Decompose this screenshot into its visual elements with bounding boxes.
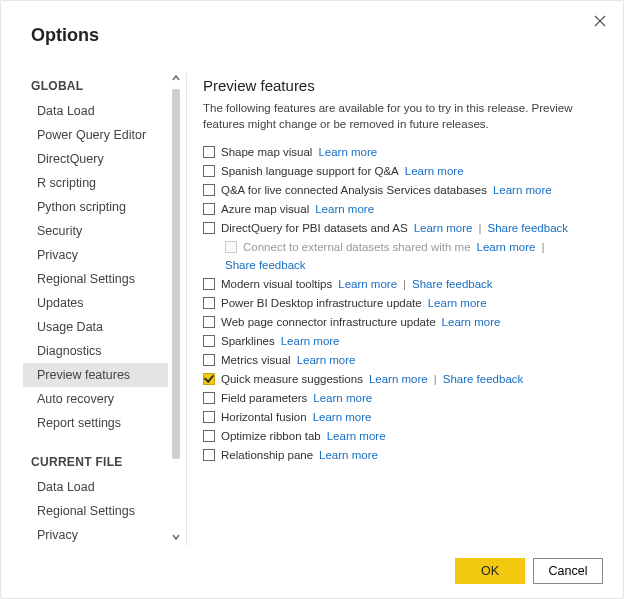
sidebar-group-header-global: GLOBAL xyxy=(23,73,168,99)
feature-label: Optimize ribbon tab xyxy=(221,430,321,442)
ok-button[interactable]: OK xyxy=(455,558,525,584)
feature-label: Web page connector infrastructure update xyxy=(221,316,436,328)
sidebar-item-cf-privacy[interactable]: Privacy xyxy=(23,523,168,546)
checkbox-dq-pbi-as[interactable] xyxy=(203,222,215,234)
learn-more-link[interactable]: Learn more xyxy=(405,165,464,177)
checkbox-connect-external xyxy=(225,241,237,253)
learn-more-link[interactable]: Learn more xyxy=(281,335,340,347)
panel-description: The following features are available for… xyxy=(203,100,605,132)
feature-label: Metrics visual xyxy=(221,354,291,366)
checkbox-metrics-visual[interactable] xyxy=(203,354,215,366)
feature-label: Field parameters xyxy=(221,392,307,404)
separator: | xyxy=(541,241,544,253)
sidebar-item-regional-settings[interactable]: Regional Settings xyxy=(23,267,168,291)
feature-row-pbi-desktop-infra: Power BI Desktop infrastructure updateLe… xyxy=(203,293,605,312)
sidebar-item-auto-recovery[interactable]: Auto recovery xyxy=(23,387,168,411)
dialog-footer: OK Cancel xyxy=(455,558,603,584)
share-feedback-link[interactable]: Share feedback xyxy=(487,222,568,234)
feature-label: Modern visual tooltips xyxy=(221,278,332,290)
sidebar-item-diagnostics[interactable]: Diagnostics xyxy=(23,339,168,363)
feature-label: Quick measure suggestions xyxy=(221,373,363,385)
sidebar-item-security[interactable]: Security xyxy=(23,219,168,243)
sidebar-item-python-scripting[interactable]: Python scripting xyxy=(23,195,168,219)
feature-label: Horizontal fusion xyxy=(221,411,307,423)
feature-label: Spanish language support for Q&A xyxy=(221,165,399,177)
learn-more-link[interactable]: Learn more xyxy=(428,297,487,309)
scroll-down-icon[interactable] xyxy=(170,532,182,546)
learn-more-link[interactable]: Learn more xyxy=(369,373,428,385)
feature-list: Shape map visualLearn moreSpanish langua… xyxy=(203,142,605,464)
dialog-title: Options xyxy=(31,25,99,46)
sidebar-item-preview-features[interactable]: Preview features xyxy=(23,363,168,387)
feature-label: Azure map visual xyxy=(221,203,309,215)
feature-label: Q&A for live connected Analysis Services… xyxy=(221,184,487,196)
feature-label: Connect to external datasets shared with… xyxy=(243,241,471,253)
sidebar-item-report-settings[interactable]: Report settings xyxy=(23,411,168,435)
sidebar-item-power-query-editor[interactable]: Power Query Editor xyxy=(23,123,168,147)
feature-row-azure-map: Azure map visualLearn more xyxy=(203,199,605,218)
feature-row-optimize-ribbon: Optimize ribbon tabLearn more xyxy=(203,426,605,445)
sidebar-item-usage-data[interactable]: Usage Data xyxy=(23,315,168,339)
sidebar-item-directquery[interactable]: DirectQuery xyxy=(23,147,168,171)
learn-more-link[interactable]: Learn more xyxy=(414,222,473,234)
share-feedback-link[interactable]: Share feedback xyxy=(225,259,306,271)
separator: | xyxy=(403,278,406,290)
checkbox-spanish-qa[interactable] xyxy=(203,165,215,177)
share-feedback-link[interactable]: Share feedback xyxy=(443,373,524,385)
close-icon xyxy=(594,15,606,27)
learn-more-link[interactable]: Learn more xyxy=(319,449,378,461)
feature-row-web-page-connector: Web page connector infrastructure update… xyxy=(203,312,605,331)
feature-row-shape-map: Shape map visualLearn more xyxy=(203,142,605,161)
checkbox-web-page-connector[interactable] xyxy=(203,316,215,328)
feature-row-relationship-pane: Relationship paneLearn more xyxy=(203,445,605,464)
feature-row-metrics-visual: Metrics visualLearn more xyxy=(203,350,605,369)
dialog-body: GLOBALData LoadPower Query EditorDirectQ… xyxy=(23,73,609,546)
sidebar-item-cf-regional-settings[interactable]: Regional Settings xyxy=(23,499,168,523)
checkbox-qa-live-as[interactable] xyxy=(203,184,215,196)
feature-label: Relationship pane xyxy=(221,449,313,461)
sidebar-item-cf-data-load[interactable]: Data Load xyxy=(23,475,168,499)
options-dialog: Options GLOBALData LoadPower Query Edito… xyxy=(0,0,624,599)
learn-more-link[interactable]: Learn more xyxy=(477,241,536,253)
checkbox-shape-map[interactable] xyxy=(203,146,215,158)
checkbox-optimize-ribbon[interactable] xyxy=(203,430,215,442)
scroll-thumb[interactable] xyxy=(172,89,180,459)
feature-row-qa-live-as: Q&A for live connected Analysis Services… xyxy=(203,180,605,199)
share-feedback-link[interactable]: Share feedback xyxy=(412,278,493,290)
feature-row-dq-pbi-as: DirectQuery for PBI datasets and ASLearn… xyxy=(203,218,605,237)
feature-row-horizontal-fusion: Horizontal fusionLearn more xyxy=(203,407,605,426)
checkbox-field-parameters[interactable] xyxy=(203,392,215,404)
checkbox-modern-tooltips[interactable] xyxy=(203,278,215,290)
sidebar-item-data-load[interactable]: Data Load xyxy=(23,99,168,123)
scroll-up-icon[interactable] xyxy=(170,73,182,87)
sidebar-scrollbar[interactable] xyxy=(170,73,182,546)
cancel-button[interactable]: Cancel xyxy=(533,558,603,584)
learn-more-link[interactable]: Learn more xyxy=(315,203,374,215)
learn-more-link[interactable]: Learn more xyxy=(313,411,372,423)
content-panel: Preview features The following features … xyxy=(187,73,609,546)
feature-row-field-parameters: Field parametersLearn more xyxy=(203,388,605,407)
learn-more-link[interactable]: Learn more xyxy=(313,392,372,404)
feature-label: DirectQuery for PBI datasets and AS xyxy=(221,222,408,234)
learn-more-link[interactable]: Learn more xyxy=(442,316,501,328)
checkbox-relationship-pane[interactable] xyxy=(203,449,215,461)
learn-more-link[interactable]: Learn more xyxy=(327,430,386,442)
separator: | xyxy=(434,373,437,385)
learn-more-link[interactable]: Learn more xyxy=(338,278,397,290)
learn-more-link[interactable]: Learn more xyxy=(297,354,356,366)
close-button[interactable] xyxy=(591,13,609,31)
learn-more-link[interactable]: Learn more xyxy=(318,146,377,158)
sidebar-item-r-scripting[interactable]: R scripting xyxy=(23,171,168,195)
checkbox-horizontal-fusion[interactable] xyxy=(203,411,215,423)
feature-row-modern-tooltips: Modern visual tooltipsLearn more|Share f… xyxy=(203,274,605,293)
checkbox-sparklines[interactable] xyxy=(203,335,215,347)
feature-label: Power BI Desktop infrastructure update xyxy=(221,297,422,309)
checkbox-pbi-desktop-infra[interactable] xyxy=(203,297,215,309)
checkbox-quick-measure[interactable] xyxy=(203,373,215,385)
feature-row-connect-external: Connect to external datasets shared with… xyxy=(203,237,605,274)
sidebar-item-privacy[interactable]: Privacy xyxy=(23,243,168,267)
learn-more-link[interactable]: Learn more xyxy=(493,184,552,196)
feature-row-sparklines: SparklinesLearn more xyxy=(203,331,605,350)
sidebar-item-updates[interactable]: Updates xyxy=(23,291,168,315)
checkbox-azure-map[interactable] xyxy=(203,203,215,215)
